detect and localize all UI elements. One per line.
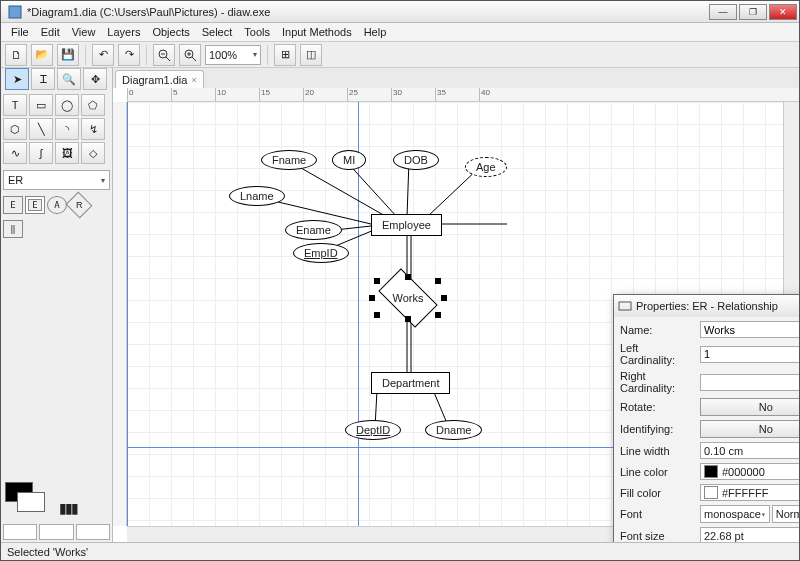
canvas-area: 0510152025303540: [113, 88, 799, 542]
ruler-horizontal: 0510152025303540: [127, 88, 799, 102]
menu-layers[interactable]: Layers: [101, 24, 146, 40]
field-font-style[interactable]: Normal: [772, 505, 799, 523]
image-tool[interactable]: 🖼: [55, 142, 79, 164]
pointer-tool[interactable]: ➤: [5, 68, 29, 90]
color-swatches[interactable]: [5, 482, 51, 516]
attr-fname[interactable]: Fname: [261, 150, 317, 170]
field-name[interactable]: [700, 321, 799, 338]
arc-tool[interactable]: ◝: [55, 118, 79, 140]
close-button[interactable]: ✕: [769, 4, 797, 20]
attr-lname[interactable]: Lname: [229, 186, 285, 206]
field-line-width[interactable]: 0.10 cm ▲▼: [700, 442, 799, 459]
label-font: Font: [620, 508, 696, 520]
er-relationship-icon[interactable]: R: [66, 192, 93, 219]
menu-help[interactable]: Help: [358, 24, 393, 40]
selection-handle[interactable]: [405, 274, 411, 280]
er-participation-icon[interactable]: ‖: [3, 220, 23, 238]
field-font-name[interactable]: monospace: [700, 505, 770, 523]
tab-diagram1[interactable]: Diagram1.dia ×: [115, 70, 204, 88]
menu-edit[interactable]: Edit: [35, 24, 66, 40]
line-style[interactable]: [39, 524, 73, 540]
text-cursor-tool[interactable]: Ꮖ: [31, 68, 55, 90]
outline-tool[interactable]: ◇: [81, 142, 105, 164]
box-tool[interactable]: ▭: [29, 94, 53, 116]
selection-handle[interactable]: [374, 278, 380, 284]
attr-empid[interactable]: EmpID: [293, 243, 349, 263]
undo-icon[interactable]: ↶: [92, 44, 114, 66]
maximize-button[interactable]: ❐: [739, 4, 767, 20]
selection-handle[interactable]: [369, 295, 375, 301]
attr-ename[interactable]: Ename: [285, 220, 342, 240]
zigzag-tool[interactable]: ↯: [81, 118, 105, 140]
pan-tool[interactable]: ✥: [83, 68, 107, 90]
svg-rect-0: [9, 6, 21, 18]
beziergon-tool[interactable]: ⬡: [3, 118, 27, 140]
menu-file[interactable]: File: [5, 24, 35, 40]
properties-dialog: Properties: ER - Relationship ✕ Name: Le…: [613, 294, 799, 542]
attr-age[interactable]: Age: [465, 157, 507, 177]
selection-handle[interactable]: [441, 295, 447, 301]
menu-tools[interactable]: Tools: [238, 24, 276, 40]
field-right-cardinality[interactable]: [700, 374, 799, 391]
selection-handle[interactable]: [435, 278, 441, 284]
field-line-color[interactable]: #000000 ▼: [700, 463, 799, 480]
zoom-combo[interactable]: 100%: [205, 45, 261, 65]
magnify-tool[interactable]: 🔍: [57, 68, 81, 90]
attr-dname[interactable]: Dname: [425, 420, 482, 440]
separator: [85, 45, 86, 65]
sheet-selector[interactable]: ER: [3, 170, 110, 190]
grid-icon[interactable]: ⊞: [274, 44, 296, 66]
selection-handle[interactable]: [405, 316, 411, 322]
background-swatch[interactable]: [17, 492, 45, 512]
snap-icon[interactable]: ◫: [300, 44, 322, 66]
app-window: *Diagram1.dia (C:\Users\Paul\Pictures) -…: [0, 0, 800, 561]
dialog-title-bar[interactable]: Properties: ER - Relationship ✕: [614, 295, 799, 317]
line-pattern-icon[interactable]: ▮▮▮: [59, 500, 77, 516]
er-weak-entity-icon[interactable]: E: [25, 196, 45, 214]
ruler-vertical: [113, 102, 127, 526]
label-line-width: Line width: [620, 445, 696, 457]
attr-deptid[interactable]: DeptID: [345, 420, 401, 440]
field-rotate[interactable]: No: [700, 398, 799, 416]
field-identifying[interactable]: No: [700, 420, 799, 438]
bezier-tool[interactable]: ∫: [29, 142, 53, 164]
menu-input-methods[interactable]: Input Methods: [276, 24, 358, 40]
selection-handle[interactable]: [435, 312, 441, 318]
zoom-in-icon[interactable]: [179, 44, 201, 66]
line-tool[interactable]: ╲: [29, 118, 53, 140]
arrow-end[interactable]: [76, 524, 110, 540]
menu-objects[interactable]: Objects: [146, 24, 195, 40]
status-text: Selected 'Works': [7, 546, 88, 558]
er-entity-icon[interactable]: E: [3, 196, 23, 214]
title-bar: *Diagram1.dia (C:\Users\Paul\Pictures) -…: [1, 1, 799, 23]
arrow-start[interactable]: [3, 524, 37, 540]
entity-employee[interactable]: Employee: [371, 214, 442, 236]
field-fill-color[interactable]: #FFFFFF ▼: [700, 484, 799, 501]
attr-dob[interactable]: DOB: [393, 150, 439, 170]
svg-line-2: [166, 57, 170, 61]
field-font-size[interactable]: 22.68 pt ▲▼: [700, 527, 799, 542]
main-toolbar: 🗋 📂 💾 ↶ ↷ 100% ⊞ ◫: [1, 42, 799, 68]
er-attribute-icon[interactable]: A: [47, 196, 67, 214]
redo-icon[interactable]: ↷: [118, 44, 140, 66]
ellipse-tool[interactable]: ◯: [55, 94, 79, 116]
separator: [267, 45, 268, 65]
selection-handle[interactable]: [374, 312, 380, 318]
main-area: ➤ Ꮖ 🔍 ✥ T ▭ ◯ ⬠ ⬡ ╲ ◝ ↯ ∿ ∫ 🖼 ◇ ER: [1, 68, 799, 542]
open-icon[interactable]: 📂: [31, 44, 53, 66]
minimize-button[interactable]: —: [709, 4, 737, 20]
label-line-color: Line color: [620, 466, 696, 478]
entity-department[interactable]: Department: [371, 372, 450, 394]
menu-select[interactable]: Select: [196, 24, 239, 40]
polygon-tool[interactable]: ⬠: [81, 94, 105, 116]
save-icon[interactable]: 💾: [57, 44, 79, 66]
text-tool[interactable]: T: [3, 94, 27, 116]
tab-close-icon[interactable]: ×: [191, 75, 196, 85]
new-icon[interactable]: 🗋: [5, 44, 27, 66]
relationship-works[interactable]: Works: [382, 282, 434, 314]
zoom-out-icon[interactable]: [153, 44, 175, 66]
field-left-cardinality[interactable]: [700, 346, 799, 363]
menu-view[interactable]: View: [66, 24, 102, 40]
attr-mi[interactable]: MI: [332, 150, 366, 170]
polyline-tool[interactable]: ∿: [3, 142, 27, 164]
